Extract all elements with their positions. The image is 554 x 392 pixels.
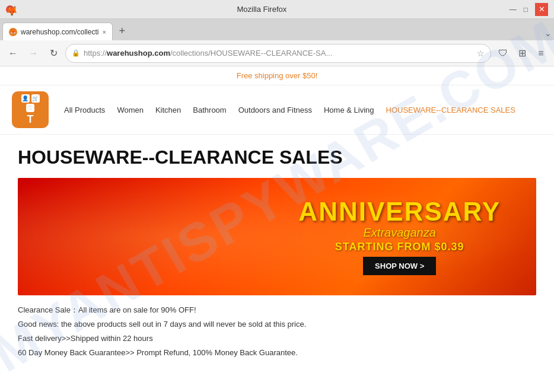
titlebar-controls: — □ ✕ [510, 3, 548, 16]
tab-label: warehushop.com/collecti [21, 28, 98, 36]
page-content: HOUSEWARE--CLEARANCE SALES ANNIVERSARY E… [0, 135, 554, 366]
logo-icon-heart: ♡ [26, 104, 34, 112]
forward-button[interactable]: → [25, 45, 42, 62]
lock-icon: 🔒 [72, 49, 80, 57]
desc-line-2: Good news: the above products sell out i… [18, 318, 536, 331]
logo-letter: T [27, 113, 34, 126]
banner-shop-now-button[interactable]: SHOP NOW > [363, 257, 436, 275]
nav-item-home-living[interactable]: Home & Living [320, 103, 378, 117]
logo-icons-row2: ♡ [26, 104, 34, 112]
site-nav: All Products Women Kitchen Bathroom Outd… [61, 103, 519, 117]
active-tab[interactable]: 🦊 warehushop.com/collecti × [2, 23, 113, 40]
desc-line-4: 60 Day Money Back Guarantee>> Prompt Ref… [18, 346, 536, 359]
banner-extravaganza-text: Extravaganza [298, 226, 501, 240]
new-tab-button[interactable]: + [114, 23, 130, 39]
nav-item-all-products[interactable]: All Products [61, 103, 109, 117]
nav-item-bathroom[interactable]: Bathroom [189, 103, 230, 117]
shipping-banner: Free shipping over $50! [0, 66, 554, 85]
extensions-button[interactable]: ⊞ [514, 45, 530, 62]
tab-favicon: 🦊 [9, 28, 17, 36]
titlebar-title: Mozilla Firefox [14, 5, 510, 14]
maximize-button[interactable]: □ [524, 5, 528, 14]
desc-line-1: Clearance Sale：All items are on sale for… [18, 304, 536, 317]
titlebar: 🦊 Mozilla Firefox — □ ✕ [0, 0, 554, 19]
shield-button[interactable]: 🛡 [495, 45, 511, 62]
back-button[interactable]: ← [5, 45, 21, 62]
tab-close-button[interactable]: × [102, 28, 106, 36]
nav-item-outdoors[interactable]: Outdoors and Fitness [235, 103, 316, 117]
navbar: ← → ↻ 🔒 https://warehushop.com/collectio… [0, 40, 554, 66]
url-display: https://warehushop.com/collections/HOUSE… [84, 49, 473, 58]
url-domain: warehushop.com [107, 49, 170, 58]
bookmark-star-icon[interactable]: ☆ [477, 49, 485, 58]
banner-starting-text: STARTING FROM $0.39 [298, 241, 501, 253]
logo-icons-row: 👤 🛒 [21, 94, 40, 103]
site-logo[interactable]: 👤 🛒 ♡ T [12, 91, 49, 128]
url-path: /collections/HOUSEWARE--CLEARANCE-SA... [170, 49, 332, 58]
site-header: 👤 🛒 ♡ T All Products Women Kitchen Bathr… [0, 85, 554, 135]
desc-line-3: Fast delivery>>Shipped within 22 hours [18, 332, 536, 345]
nav-icons-right: 🛡 ⊞ ≡ [495, 45, 549, 62]
logo-icon-cart: 🛒 [31, 94, 40, 103]
shipping-text: Free shipping over $50! [237, 71, 318, 80]
menu-button[interactable]: ≡ [533, 45, 549, 62]
close-button[interactable]: ✕ [535, 3, 548, 16]
nav-item-kitchen[interactable]: Kitchen [152, 103, 184, 117]
banner-text-block: ANNIVERSARY Extravaganza STARTING FROM $… [298, 199, 501, 275]
address-bar[interactable]: 🔒 https://warehushop.com/collections/HOU… [65, 44, 491, 63]
url-protocol: https:// [84, 49, 107, 58]
banner-anniversary-text: ANNIVERSARY [298, 199, 501, 225]
logo-icon-person: 👤 [21, 94, 30, 103]
page-description: Clearance Sale：All items are on sale for… [18, 295, 536, 366]
tab-list-arrow[interactable]: ⌄ [545, 28, 552, 38]
nav-item-clearance[interactable]: HOUSEWARE--CLEARANCE SALES [383, 103, 519, 117]
reload-button[interactable]: ↻ [45, 45, 62, 62]
promo-banner[interactable]: ANNIVERSARY Extravaganza STARTING FROM $… [18, 178, 536, 295]
minimize-button[interactable]: — [510, 5, 517, 14]
page-title: HOUSEWARE--CLEARANCE SALES [18, 146, 536, 168]
tabbar: 🦊 warehushop.com/collecti × + ⌄ [0, 19, 554, 40]
traffic-light-red[interactable]: 🦊 [6, 5, 14, 14]
nav-item-women[interactable]: Women [113, 103, 147, 117]
titlebar-left: 🦊 [6, 5, 14, 14]
